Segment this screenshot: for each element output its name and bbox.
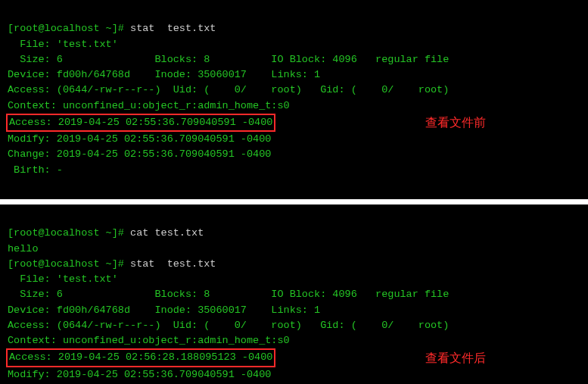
stat-output-line: Access: (0644/-rw-r--r--) Uid: ( 0/ root… <box>8 84 449 95</box>
terminal-before: [root@localhost ~]# stat test.txt File: … <box>0 0 588 201</box>
command-text: cat test.txt <box>130 227 204 239</box>
access-time-highlight: Access: 2019-04-25 02:55:36.709040591 -0… <box>6 114 275 132</box>
annotation-after: 查看文件后 <box>425 349 486 367</box>
cat-output: hello <box>8 243 39 254</box>
stat-output-line: Size: 6 Blocks: 8 IO Block: 4096 regular… <box>8 289 449 300</box>
stat-output-line: Device: fd00h/64768d Inode: 35060017 Lin… <box>8 304 320 316</box>
terminal-after: [root@localhost ~]# cat test.txt hello [… <box>0 204 588 384</box>
command-text: stat test.txt <box>130 23 216 34</box>
stat-output-line: Change: 2019-04-25 02:55:36.709040591 -0… <box>8 148 271 160</box>
stat-output-line: Context: unconfined_u:object_r:admin_hom… <box>8 100 290 111</box>
shell-prompt: [root@localhost ~]# <box>8 258 130 270</box>
stat-output-line: Context: unconfined_u:object_r:admin_hom… <box>8 335 290 346</box>
prompt-line: [root@localhost ~]# stat test.txt <box>8 258 216 270</box>
stat-output-line: Modify: 2019-04-25 02:55:36.709040591 -0… <box>8 369 271 380</box>
stat-output-line: Birth: - <box>8 164 63 176</box>
stat-output-line: Access: (0644/-rw-r--r--) Uid: ( 0/ root… <box>8 320 449 331</box>
shell-prompt: [root@localhost ~]# <box>8 227 130 239</box>
annotation-before: 查看文件前 <box>425 114 486 132</box>
prompt-line: [root@localhost ~]# cat test.txt <box>8 227 204 239</box>
stat-output-line: File: 'test.txt' <box>8 273 118 285</box>
stat-output-line: File: 'test.txt' <box>8 39 118 50</box>
access-time-highlight: Access: 2019-04-25 02:56:28.188095123 -0… <box>6 348 275 367</box>
shell-prompt: [root@localhost ~]# <box>8 23 130 34</box>
stat-output-line: Size: 6 Blocks: 8 IO Block: 4096 regular… <box>8 54 449 65</box>
stat-output-line: Device: fd00h/64768d Inode: 35060017 Lin… <box>8 69 320 80</box>
prompt-line: [root@localhost ~]# stat test.txt <box>8 23 216 34</box>
stat-output-line: Modify: 2019-04-25 02:55:36.709040591 -0… <box>8 133 271 145</box>
command-text: stat test.txt <box>130 258 216 270</box>
